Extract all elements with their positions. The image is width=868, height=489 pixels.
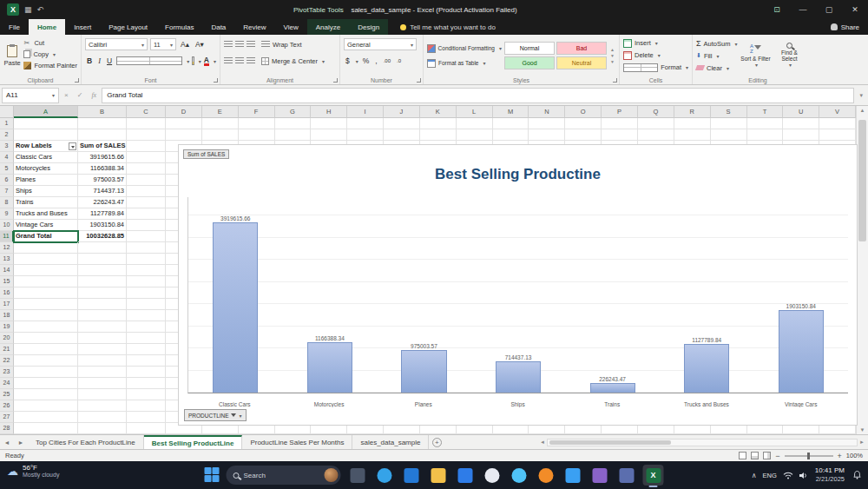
cell-style-normal[interactable]: Normal (504, 42, 555, 55)
start-button[interactable] (205, 467, 220, 483)
ribbon-tab-page-layout[interactable]: Page Layout (100, 19, 156, 35)
cell-B13[interactable] (78, 254, 127, 265)
cut-button[interactable]: ✂Cut (23, 37, 77, 49)
column-header-b[interactable]: B (78, 106, 127, 118)
column-header-q[interactable]: Q (638, 106, 674, 118)
borders-icon[interactable] (116, 56, 182, 65)
autosum-button[interactable]: ΣAutoSum▾ (696, 38, 737, 50)
cell-O1[interactable] (565, 118, 602, 129)
copy-button[interactable]: Copy▾ (23, 49, 77, 60)
row-header-26[interactable]: 26 (0, 400, 14, 412)
cell-B20[interactable] (78, 333, 127, 344)
chart-value-field-button[interactable]: Sum of SALES (183, 149, 229, 159)
row-header-9[interactable]: 9 (0, 208, 14, 220)
cell-C20[interactable] (127, 333, 166, 344)
ribbon-tab-review[interactable]: Review (234, 19, 274, 35)
cell-B4[interactable]: 3919615.66 (78, 152, 127, 163)
align-left-icon[interactable] (224, 57, 233, 64)
chart-bar-classic-cars[interactable] (213, 222, 258, 393)
minimize-button[interactable]: — (790, 0, 816, 19)
cell-C8[interactable] (127, 197, 166, 208)
cell-C6[interactable] (127, 175, 166, 186)
cell-M2[interactable] (493, 129, 529, 141)
cell-U1[interactable] (783, 118, 819, 129)
cell-A8[interactable]: Trains (14, 197, 78, 208)
cell-S1[interactable] (711, 118, 747, 129)
column-header-p[interactable]: P (602, 106, 638, 118)
cell-B1[interactable] (78, 118, 127, 129)
cell-A17[interactable] (14, 299, 78, 310)
align-middle-icon[interactable] (235, 41, 244, 48)
page-layout-view-icon[interactable] (751, 452, 759, 459)
cell-C15[interactable] (127, 276, 166, 287)
format-painter-button[interactable]: Format Painter (23, 60, 77, 71)
cell-A5[interactable]: Motorcycles (14, 163, 78, 175)
name-box[interactable]: A11▾ (2, 88, 59, 103)
horizontal-scrollbar[interactable]: ◄ ► (536, 435, 868, 449)
chart-bar-motorcycles[interactable] (307, 342, 352, 393)
sheet-nav-left-icon[interactable]: ◄ (0, 435, 14, 449)
wrap-text-button[interactable]: Wrap Text (261, 39, 302, 50)
cell-S2[interactable] (711, 129, 747, 141)
volume-icon[interactable] (799, 472, 809, 479)
column-header-e[interactable]: E (202, 106, 239, 118)
cell-C13[interactable] (127, 254, 166, 265)
font-dialog-launcher[interactable] (214, 78, 218, 83)
cell-A25[interactable] (14, 389, 78, 400)
cell-T2[interactable] (747, 129, 784, 141)
accounting-format-button[interactable]: $ (344, 56, 352, 65)
format-as-table-button[interactable]: Format as Table▾ (427, 57, 502, 69)
firefox-icon[interactable] (536, 465, 556, 486)
chart-bar-planes[interactable] (401, 350, 446, 393)
column-header-g[interactable]: G (275, 106, 312, 118)
ribbon-tab-file[interactable]: File (0, 19, 29, 35)
paste-button[interactable]: Paste (3, 37, 21, 74)
decrease-decimal-button[interactable]: .0 (395, 58, 403, 63)
cell-C14[interactable] (127, 265, 166, 276)
cell-B21[interactable] (78, 344, 127, 355)
row-header-28[interactable]: 28 (0, 423, 14, 434)
close-button[interactable]: ✕ (842, 0, 868, 19)
number-format-select[interactable]: General▾ (344, 38, 417, 50)
tray-chevron-up-icon[interactable]: ∧ (752, 472, 757, 479)
column-header-t[interactable]: T (747, 106, 784, 118)
cell-V1[interactable] (819, 118, 856, 129)
clear-button[interactable]: Clear▾ (696, 63, 737, 74)
cell-A19[interactable] (14, 321, 78, 333)
cell-C7[interactable] (127, 186, 166, 197)
row-header-17[interactable]: 17 (0, 299, 14, 310)
cell-C27[interactable] (127, 412, 166, 423)
column-header-o[interactable]: O (565, 106, 602, 118)
cell-B3[interactable]: Sum of SALES (78, 141, 127, 152)
italic-button[interactable]: I (96, 56, 102, 65)
cell-N2[interactable] (529, 129, 565, 141)
ribbon-tab-analyze[interactable]: Analyze (307, 19, 349, 35)
cell-B2[interactable] (78, 129, 127, 141)
maximize-button[interactable]: ▢ (816, 0, 842, 19)
format-cells-button[interactable]: Format▾ (623, 62, 688, 73)
cell-A12[interactable] (14, 242, 78, 254)
cell-B28[interactable] (78, 423, 127, 434)
scroll-up-icon[interactable]: ▲ (857, 108, 868, 113)
insert-function-icon[interactable]: fx (88, 91, 100, 99)
formula-bar-expand-icon[interactable]: ▾ (856, 92, 866, 99)
column-header-v[interactable]: V (819, 106, 856, 118)
zoom-out-icon[interactable]: − (775, 452, 779, 460)
cell-A16[interactable] (14, 287, 78, 299)
cell-A6[interactable]: Planes (14, 175, 78, 186)
normal-view-icon[interactable] (739, 452, 746, 459)
cell-H1[interactable] (311, 118, 347, 129)
cell-A15[interactable] (14, 276, 78, 287)
edge-dev-icon[interactable] (509, 465, 529, 486)
row-header-6[interactable]: 6 (0, 175, 14, 186)
row-header-13[interactable]: 13 (0, 254, 14, 265)
outlook-icon[interactable] (401, 465, 422, 486)
align-right-icon[interactable] (247, 57, 255, 64)
cell-C9[interactable] (127, 208, 166, 220)
row-header-20[interactable]: 20 (0, 333, 14, 344)
cell-B25[interactable] (78, 389, 127, 400)
cell-B7[interactable]: 714437.13 (78, 186, 127, 197)
column-header-c[interactable]: C (127, 106, 166, 118)
column-header-n[interactable]: N (529, 106, 565, 118)
column-header-a[interactable]: A (14, 106, 78, 118)
